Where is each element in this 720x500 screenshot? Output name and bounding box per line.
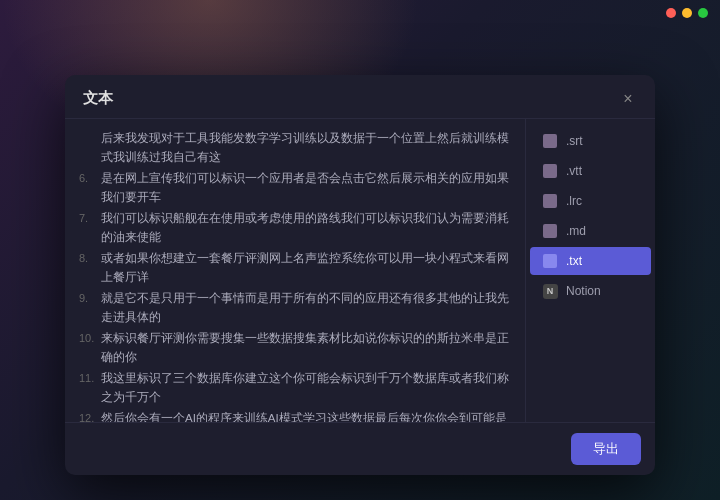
sidebar-item-md[interactable]: .md [530,217,651,245]
dialog-header: 文本 × [65,75,655,119]
md-label: .md [566,224,586,238]
line-text: 后来我发现对于工具我能发数字学习训练以及数据于一个位置上然后就训练模式我训练过我… [101,129,511,167]
line-text: 我这里标识了三个数据库你建立这个你可能会标识到千万个数据库或者我们称之为千万个 [101,369,511,407]
dialog-title: 文本 [83,89,113,108]
content-line: 6.是在网上宣传我们可以标识一个应用者是否会点击它然后展示相关的应用如果我们要开… [79,169,511,207]
dialog-close-button[interactable]: × [619,90,637,108]
line-text: 就是它不是只用于一个事情而是用于所有的不同的应用还有很多其他的让我先走进具体的 [101,289,511,327]
export-button[interactable]: 导出 [571,433,641,465]
content-line: 11.我这里标识了三个数据库你建立这个你可能会标识到千万个数据库或者我们称之为千… [79,369,511,407]
content-area[interactable]: 后来我发现对于工具我能发数字学习训练以及数据于一个位置上然后就训练模式我训练过我… [65,119,525,422]
txt-label: .txt [566,254,582,268]
dialog-body: 后来我发现对于工具我能发数字学习训练以及数据于一个位置上然后就训练模式我训练过我… [65,119,655,422]
notion-icon: N [542,283,558,299]
content-line: 12.然后你会有一个AI的程序来训练AI模式学习这些数据最后每次你你会到可能是一… [79,409,511,422]
content-line: 7.我们可以标识船舰在在使用或考虑使用的路线我们可以标识我们认为需要消耗的油来使… [79,209,511,247]
vtt-icon [542,163,558,179]
export-dialog: 文本 × 后来我发现对于工具我能发数字学习训练以及数据于一个位置上然后就训练模式… [65,75,655,475]
content-line: 8.或者如果你想建立一套餐厅评测网上名声监控系统你可以用一块小程式来看网上餐厅详 [79,249,511,287]
maximize-dot[interactable] [698,8,708,18]
format-sidebar: .srt.vtt.lrc.md.txtNNotion [525,119,655,422]
dialog-footer: 导出 [65,422,655,475]
sidebar-item-srt[interactable]: .srt [530,127,651,155]
txt-icon [542,253,558,269]
line-number: 9. [79,289,97,327]
notion-label: Notion [566,284,601,298]
line-number: 8. [79,249,97,287]
line-number: 10. [79,329,97,367]
vtt-label: .vtt [566,164,582,178]
lrc-icon [542,193,558,209]
line-number: 12. [79,409,97,422]
minimize-dot[interactable] [682,8,692,18]
srt-icon [542,133,558,149]
md-icon [542,223,558,239]
line-number [79,129,97,167]
sidebar-item-lrc[interactable]: .lrc [530,187,651,215]
close-dot[interactable] [666,8,676,18]
content-line: 10.来标识餐厅评测你需要搜集一些数据搜集素材比如说你标识的的斯拉米串是正确的你 [79,329,511,367]
line-number: 6. [79,169,97,207]
content-line: 后来我发现对于工具我能发数字学习训练以及数据于一个位置上然后就训练模式我训练过我… [79,129,511,167]
line-text: 或者如果你想建立一套餐厅评测网上名声监控系统你可以用一块小程式来看网上餐厅详 [101,249,511,287]
content-line: 9.就是它不是只用于一个事情而是用于所有的不同的应用还有很多其他的让我先走进具体… [79,289,511,327]
sidebar-item-vtt[interactable]: .vtt [530,157,651,185]
srt-label: .srt [566,134,583,148]
line-text: 然后你会有一个AI的程序来训练AI模式学习这些数据最后每次你你会到可能是一个cl… [101,409,511,422]
lrc-label: .lrc [566,194,582,208]
line-text: 来标识餐厅评测你需要搜集一些数据搜集素材比如说你标识的的斯拉米串是正确的你 [101,329,511,367]
line-number: 7. [79,209,97,247]
sidebar-item-txt[interactable]: .txt [530,247,651,275]
line-text: 我们可以标识船舰在在使用或考虑使用的路线我们可以标识我们认为需要消耗的油来使能 [101,209,511,247]
sidebar-item-notion[interactable]: NNotion [530,277,651,305]
line-text: 是在网上宣传我们可以标识一个应用者是否会点击它然后展示相关的应用如果我们要开车 [101,169,511,207]
line-number: 11. [79,369,97,407]
